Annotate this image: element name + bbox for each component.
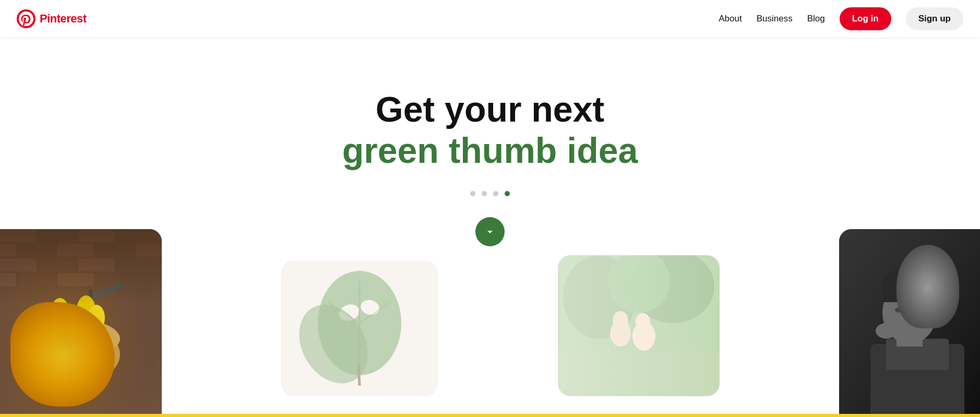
svg-rect-8 bbox=[97, 244, 133, 257]
nav-about[interactable]: About bbox=[719, 14, 742, 24]
svg-rect-12 bbox=[39, 258, 76, 271]
svg-point-35 bbox=[31, 304, 47, 327]
svg-point-56 bbox=[610, 320, 631, 347]
hero-center-content: Get your next green thumb idea bbox=[342, 38, 638, 246]
svg-point-70 bbox=[916, 307, 924, 313]
plant-image bbox=[281, 260, 438, 396]
svg-rect-68 bbox=[882, 281, 937, 302]
svg-point-53 bbox=[631, 255, 714, 323]
svg-line-29 bbox=[97, 339, 102, 365]
image-cards-row bbox=[0, 229, 980, 417]
svg-line-26 bbox=[44, 333, 47, 370]
plant-svg bbox=[281, 260, 438, 396]
svg-point-67 bbox=[882, 268, 937, 300]
nav-business[interactable]: Business bbox=[757, 14, 793, 24]
dot-4[interactable] bbox=[505, 191, 510, 196]
card-flowers bbox=[0, 229, 162, 417]
card-plant bbox=[281, 260, 438, 396]
svg-rect-63 bbox=[870, 344, 964, 417]
svg-rect-10 bbox=[136, 244, 162, 257]
svg-rect-74 bbox=[839, 229, 980, 417]
svg-rect-17 bbox=[97, 273, 133, 286]
pinterest-logo-icon bbox=[17, 9, 35, 28]
svg-point-57 bbox=[613, 311, 628, 330]
svg-rect-55 bbox=[558, 349, 720, 396]
svg-rect-15 bbox=[18, 273, 55, 286]
svg-point-73 bbox=[876, 323, 897, 339]
svg-line-49 bbox=[358, 365, 360, 386]
svg-point-52 bbox=[563, 255, 636, 339]
svg-line-37 bbox=[58, 326, 60, 341]
svg-point-21 bbox=[16, 323, 120, 386]
svg-point-71 bbox=[907, 317, 912, 324]
svg-rect-61 bbox=[839, 229, 980, 417]
svg-rect-13 bbox=[78, 258, 115, 271]
hero-title-line1: Get your next bbox=[342, 90, 638, 129]
svg-rect-14 bbox=[117, 258, 162, 271]
svg-point-58 bbox=[632, 321, 655, 351]
chevron-down-icon bbox=[484, 225, 496, 238]
svg-rect-20 bbox=[89, 289, 93, 331]
logo-text: Pinterest bbox=[40, 12, 87, 26]
svg-point-48 bbox=[285, 292, 381, 396]
svg-rect-51 bbox=[558, 255, 720, 396]
people-image bbox=[558, 255, 720, 396]
flowers-svg bbox=[0, 229, 162, 417]
nav-right: About Business Blog Log in Sign up bbox=[719, 7, 963, 30]
svg-rect-60 bbox=[558, 255, 720, 396]
svg-point-32 bbox=[64, 306, 82, 335]
svg-line-39 bbox=[85, 323, 86, 343]
svg-rect-18 bbox=[0, 273, 16, 286]
dot-3[interactable] bbox=[493, 191, 498, 196]
svg-rect-3 bbox=[39, 229, 76, 242]
svg-point-72 bbox=[891, 326, 928, 341]
svg-point-34 bbox=[88, 305, 105, 331]
svg-rect-41 bbox=[281, 260, 438, 396]
dot-2[interactable] bbox=[482, 191, 487, 196]
svg-line-25 bbox=[29, 339, 31, 362]
svg-point-19 bbox=[83, 281, 126, 303]
svg-rect-9 bbox=[0, 244, 16, 257]
svg-point-22 bbox=[16, 318, 120, 360]
svg-line-38 bbox=[72, 332, 73, 347]
people-svg bbox=[558, 255, 720, 396]
svg-line-46 bbox=[328, 302, 360, 323]
svg-point-69 bbox=[895, 307, 903, 313]
svg-line-28 bbox=[81, 333, 83, 370]
svg-point-44 bbox=[359, 298, 381, 317]
svg-point-42 bbox=[318, 271, 401, 375]
svg-point-31 bbox=[51, 298, 69, 327]
signup-button[interactable]: Sign up bbox=[906, 7, 963, 30]
logo[interactable]: Pinterest bbox=[17, 9, 87, 28]
svg-rect-16 bbox=[57, 273, 94, 286]
svg-point-54 bbox=[607, 255, 670, 313]
svg-rect-1 bbox=[0, 229, 162, 417]
svg-line-36 bbox=[46, 333, 47, 344]
dot-1[interactable] bbox=[470, 191, 475, 196]
svg-rect-62 bbox=[839, 229, 980, 417]
portrait-image bbox=[839, 229, 980, 417]
svg-rect-7 bbox=[57, 244, 94, 257]
header: Pinterest About Business Blog Log in Sig… bbox=[0, 0, 980, 38]
svg-rect-65 bbox=[897, 326, 923, 347]
svg-point-59 bbox=[636, 313, 650, 331]
card-people bbox=[558, 255, 720, 396]
svg-rect-64 bbox=[886, 339, 949, 370]
hero-text-area: Get your next green thumb idea bbox=[342, 90, 638, 170]
svg-point-30 bbox=[38, 308, 56, 338]
svg-line-47 bbox=[360, 302, 391, 323]
scroll-down-button[interactable] bbox=[475, 217, 505, 246]
portrait-svg bbox=[839, 229, 980, 417]
card-portrait bbox=[839, 229, 980, 417]
svg-rect-4 bbox=[78, 229, 115, 242]
svg-rect-50 bbox=[281, 260, 438, 396]
hero-title-line2: green thumb idea bbox=[342, 131, 638, 170]
login-button[interactable]: Log in bbox=[840, 7, 891, 30]
hero-section: Get your next green thumb idea bbox=[0, 0, 980, 417]
nav-blog[interactable]: Blog bbox=[807, 14, 825, 24]
bottom-strip bbox=[0, 414, 980, 417]
svg-rect-5 bbox=[117, 229, 162, 242]
svg-point-33 bbox=[77, 295, 95, 325]
svg-rect-6 bbox=[18, 244, 55, 257]
svg-rect-2 bbox=[0, 229, 37, 242]
